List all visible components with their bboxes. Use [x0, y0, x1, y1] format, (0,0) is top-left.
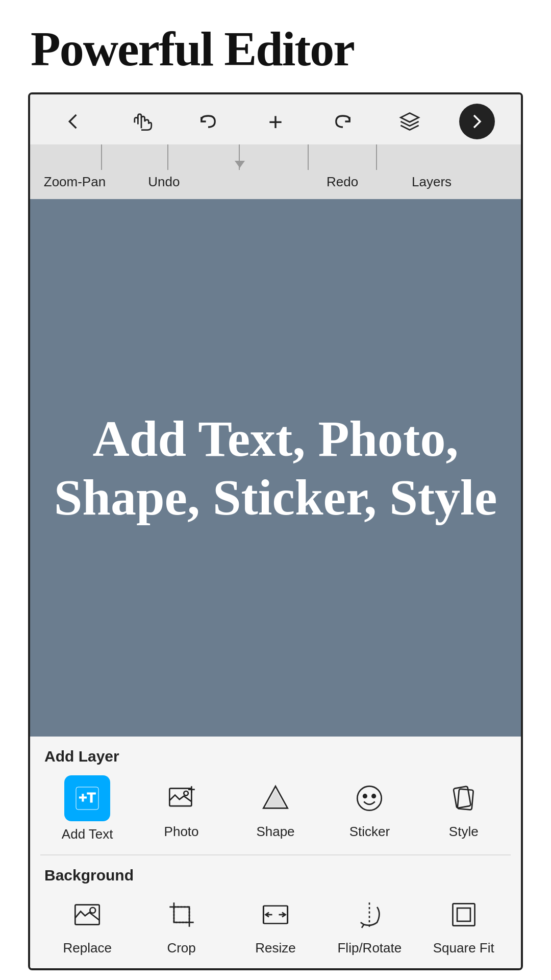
- svg-point-4: [184, 791, 188, 796]
- back-icon[interactable]: [56, 104, 92, 139]
- resize-label: Resize: [255, 940, 295, 956]
- add-layer-tools: +T Add Text Photo: [30, 770, 521, 854]
- shape-icon: [255, 778, 296, 819]
- zoom-pan-icon[interactable]: [123, 104, 159, 139]
- redo-icon[interactable]: [325, 104, 361, 139]
- redo-label: Redo: [298, 174, 387, 190]
- page-title: Powerful Editor: [0, 0, 551, 92]
- undo-label: Undo: [119, 174, 209, 190]
- add-icon[interactable]: +: [258, 104, 293, 139]
- undo-icon[interactable]: [190, 104, 226, 139]
- svg-marker-0: [401, 113, 419, 122]
- add-text-icon: +T: [64, 775, 110, 821]
- flip-rotate-tool[interactable]: Flip/Rotate: [329, 894, 410, 956]
- flip-rotate-label: Flip/Rotate: [337, 940, 402, 956]
- style-label: Style: [449, 824, 479, 840]
- svg-point-11: [372, 794, 375, 797]
- toolbar: +: [30, 94, 521, 199]
- toolbar-icons-row: +: [30, 94, 521, 144]
- sticker-label: Sticker: [349, 824, 390, 840]
- canvas-text: Add Text, Photo, Shape, Sticker, Style: [30, 389, 521, 547]
- replace-icon: [67, 894, 108, 935]
- sticker-icon: [349, 778, 390, 819]
- replace-tool[interactable]: Replace: [46, 894, 128, 956]
- sticker-tool[interactable]: Sticker: [329, 778, 410, 840]
- next-icon[interactable]: [459, 104, 495, 139]
- svg-point-15: [90, 908, 96, 913]
- layers-icon[interactable]: [392, 104, 428, 139]
- flip-rotate-icon: [349, 894, 390, 935]
- resize-icon: [255, 894, 296, 935]
- svg-point-9: [358, 786, 382, 810]
- photo-label: Photo: [164, 824, 199, 840]
- crop-tool[interactable]: Crop: [141, 894, 222, 956]
- svg-rect-24: [457, 908, 470, 921]
- square-fit-label: Square Fit: [433, 940, 494, 956]
- canvas-area: Add Text, Photo, Shape, Sticker, Style: [30, 199, 521, 737]
- square-fit-tool[interactable]: Square Fit: [423, 894, 505, 956]
- style-icon: [443, 778, 484, 819]
- svg-point-10: [364, 794, 367, 797]
- shape-label: Shape: [256, 824, 294, 840]
- add-layer-label: Add Layer: [30, 737, 521, 770]
- shape-tool[interactable]: Shape: [235, 778, 316, 840]
- editor-container: +: [28, 92, 523, 970]
- svg-rect-16: [174, 907, 189, 922]
- add-text-tool[interactable]: +T Add Text: [46, 775, 128, 842]
- crop-icon: [161, 894, 202, 935]
- bottom-panel: Add Layer +T Add Text: [30, 737, 521, 968]
- square-fit-icon: [443, 894, 484, 935]
- background-label: Background: [30, 855, 521, 889]
- style-tool[interactable]: Style: [423, 778, 505, 840]
- crop-label: Crop: [167, 940, 195, 956]
- zoom-pan-label: Zoom-Pan: [30, 174, 119, 190]
- layers-label: Layers: [387, 174, 477, 190]
- photo-tool[interactable]: Photo: [141, 778, 222, 840]
- svg-rect-23: [453, 903, 474, 925]
- svg-text:+T: +T: [79, 790, 95, 805]
- add-text-label: Add Text: [62, 826, 113, 842]
- photo-icon: [161, 778, 202, 819]
- replace-label: Replace: [63, 940, 111, 956]
- background-tools: Replace Crop: [30, 889, 521, 968]
- resize-tool[interactable]: Resize: [235, 894, 316, 956]
